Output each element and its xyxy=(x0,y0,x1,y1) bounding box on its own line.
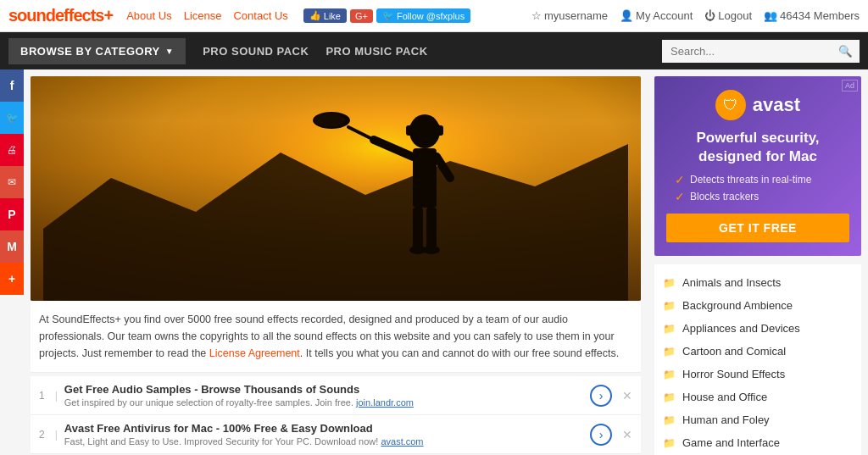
category-item-cartoon[interactable]: 📁 Cartoon and Comical xyxy=(654,340,861,363)
google-plus-button[interactable]: G+ xyxy=(350,9,373,23)
folder-icon: 📁 xyxy=(663,323,676,335)
twitter-follow-button[interactable]: 🐦 Follow @sfxplus xyxy=(376,8,470,23)
avast-feature-2: ✓ Blocks trackers xyxy=(675,190,841,203)
facebook-share-button[interactable]: f xyxy=(0,69,24,102)
category-item-horror[interactable]: 📁 Horror Sound Effects xyxy=(654,363,861,386)
checkmark-icon-1: ✓ xyxy=(675,173,685,186)
chevron-down-icon: ▼ xyxy=(165,47,174,56)
account-label: My Account xyxy=(636,9,693,22)
facebook-icon: f xyxy=(10,79,14,92)
top-nav-right: ☆ myusername 👤 My Account ⏻ Logout 👥 464… xyxy=(531,9,860,22)
members-link[interactable]: 👥 46434 Members xyxy=(764,9,860,22)
ad-desc-1: Get inspired by our unique selection of … xyxy=(64,397,583,408)
ad-close-2[interactable]: ✕ xyxy=(622,428,632,441)
pro-sound-pack-link[interactable]: PRO SOUND PACK xyxy=(203,45,309,58)
username-link[interactable]: ☆ myusername xyxy=(531,9,608,22)
ad-arrow-1[interactable]: › xyxy=(590,385,612,407)
pro-music-pack-link[interactable]: PRO MUSIC PACK xyxy=(326,45,427,58)
ad-close-1[interactable]: ✕ xyxy=(622,389,632,402)
print-icon: 🖨 xyxy=(7,144,17,156)
ad-divider-2: | xyxy=(55,429,58,441)
category-link-appliances[interactable]: Appliances and Devices xyxy=(682,322,800,335)
email-share-button[interactable]: ✉ xyxy=(0,166,24,198)
ad-url-2[interactable]: avast.com xyxy=(381,436,423,447)
license-agreement-link[interactable]: License Agreement xyxy=(209,347,300,359)
social-buttons: 👍 Like G+ 🐦 Follow @sfxplus xyxy=(303,8,470,23)
ad-desc-2: Fast, Light and Easy to Use. Improved Se… xyxy=(64,436,583,447)
members-count: 46434 Members xyxy=(780,9,860,22)
avast-features: ✓ Detects threats in real-time ✓ Blocks … xyxy=(666,173,849,203)
search-input[interactable] xyxy=(662,40,832,63)
twitter-share-button[interactable]: 🐦 xyxy=(0,102,24,134)
checkmark-icon-2: ✓ xyxy=(675,190,685,203)
contact-us-link[interactable]: Contact Us xyxy=(233,9,287,22)
gmail-button[interactable]: M xyxy=(0,230,24,263)
category-item-human[interactable]: 📁 Human and Foley xyxy=(654,408,861,431)
main-navigation: BROWSE BY CATEGORY ▼ PRO SOUND PACK PRO … xyxy=(0,32,868,69)
category-item-background[interactable]: 📁 Background Ambience xyxy=(654,294,861,317)
category-link-cartoon[interactable]: Cartoon and Comical xyxy=(682,345,786,358)
folder-icon: 📁 xyxy=(663,437,676,449)
avast-cta-button[interactable]: GET IT FREE xyxy=(666,214,849,242)
svg-point-9 xyxy=(314,114,345,127)
pinterest-button[interactable]: P xyxy=(0,198,24,230)
ad-arrow-2[interactable]: › xyxy=(590,424,612,446)
ad-title-2: Avast Free Antivirus for Mac - 100% Free… xyxy=(64,422,583,435)
star-icon: ☆ xyxy=(531,9,542,22)
svg-rect-3 xyxy=(406,125,413,136)
site-description: At SoundEffects+ you find over 5000 free… xyxy=(31,301,641,373)
category-item-house[interactable]: 📁 House and Office xyxy=(654,386,861,408)
thumbs-up-icon: 👍 xyxy=(309,10,321,21)
browse-category-button[interactable]: BROWSE BY CATEGORY ▼ xyxy=(8,38,186,64)
svg-rect-4 xyxy=(437,125,443,136)
folder-icon: 📁 xyxy=(663,391,676,403)
ad-content-2: Avast Free Antivirus for Mac - 100% Free… xyxy=(64,422,583,447)
main-content: At SoundEffects+ you find over 5000 free… xyxy=(24,69,648,455)
ad-number-1: 1 xyxy=(39,390,45,402)
print-button[interactable]: 🖨 xyxy=(0,134,24,166)
facebook-like-button[interactable]: 👍 Like xyxy=(303,8,347,23)
like-label: Like xyxy=(324,11,341,21)
my-account-link[interactable]: 👤 My Account xyxy=(620,9,693,22)
gplus-label: G+ xyxy=(355,11,368,21)
logo-text: soundeffects xyxy=(8,6,103,25)
avast-logo: 🛡 avast xyxy=(666,90,849,120)
hero-image xyxy=(31,76,641,301)
folder-icon: 📁 xyxy=(663,277,676,289)
hero-illustration xyxy=(31,76,641,301)
license-link[interactable]: License xyxy=(184,9,222,22)
category-link-human[interactable]: Human and Foley xyxy=(682,413,770,426)
category-link-horror[interactable]: Horror Sound Effects xyxy=(682,368,785,380)
category-link-background[interactable]: Background Ambience xyxy=(682,299,793,312)
category-list: 📁 Animals and Insects 📁 Background Ambie… xyxy=(654,264,861,455)
ad-title-1: Get Free Audio Samples - Browse Thousand… xyxy=(64,383,583,396)
category-item-appliances[interactable]: 📁 Appliances and Devices xyxy=(654,317,861,340)
category-link-animals[interactable]: Animals and Insects xyxy=(682,276,781,289)
more-share-button[interactable]: + xyxy=(0,263,24,295)
about-us-link[interactable]: About Us xyxy=(126,9,171,22)
category-item-game[interactable]: 📁 Game and Interface xyxy=(654,431,861,454)
username-text: myusername xyxy=(544,9,608,22)
folder-icon: 📁 xyxy=(663,369,676,380)
category-link-house[interactable]: House and Office xyxy=(682,391,767,403)
search-button[interactable]: 🔍 xyxy=(832,40,860,63)
avast-headline: Powerful security, designed for Mac xyxy=(666,129,849,166)
top-navigation: soundeffects+ About Us License Contact U… xyxy=(0,0,868,32)
top-nav-links: About Us License Contact Us xyxy=(126,9,288,22)
avast-shield-icon: 🛡 xyxy=(715,90,746,120)
twitter-label: Follow @sfxplus xyxy=(397,11,465,21)
ad-url-1[interactable]: join.landr.com xyxy=(356,397,414,408)
ad-divider: | xyxy=(55,390,58,402)
gmail-icon: M xyxy=(7,240,17,253)
category-item-animals[interactable]: 📁 Animals and Insects xyxy=(654,271,861,294)
svg-point-14 xyxy=(423,246,440,254)
avast-logo-text: avast xyxy=(753,94,800,116)
logout-link[interactable]: ⏻ Logout xyxy=(704,9,752,22)
person-icon: 👤 xyxy=(620,9,633,22)
category-link-game[interactable]: Game and Interface xyxy=(682,436,780,449)
site-logo[interactable]: soundeffects+ xyxy=(8,6,113,25)
logout-label: Logout xyxy=(718,9,752,22)
logo-plus: + xyxy=(103,6,113,25)
svg-rect-12 xyxy=(426,208,437,250)
avast-advertisement: Ad 🛡 avast Powerful security, designed f… xyxy=(654,76,861,256)
